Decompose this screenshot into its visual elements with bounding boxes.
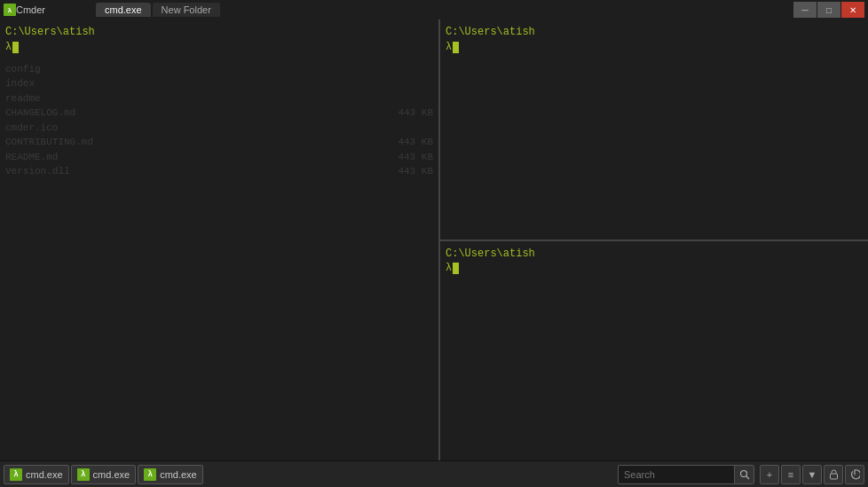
faded-line-4: CHANGELOG.md443 KB bbox=[5, 106, 433, 121]
right-bottom-cursor bbox=[453, 263, 459, 274]
tab1-label: cmd.exe bbox=[26, 469, 63, 480]
faded-line-3: readme bbox=[5, 91, 433, 106]
right-top-cursor bbox=[453, 42, 459, 53]
terminal-panel-left[interactable]: C:\Users\atish λ config index readme CHA… bbox=[0, 20, 440, 460]
search-button[interactable] bbox=[734, 465, 754, 484]
terminal-panel-right-bottom[interactable]: C:\Users\atish λ bbox=[440, 241, 868, 461]
lock-button[interactable] bbox=[824, 465, 843, 484]
tab3-label: cmd.exe bbox=[160, 469, 197, 480]
terminal-panels-right: C:\Users\atish λ C:\Users\atish λ bbox=[440, 20, 868, 460]
taskbar-action-buttons: + ≡ ▼ bbox=[760, 465, 864, 484]
faded-line-5: cmder.ico bbox=[5, 121, 433, 136]
faded-line-8: Version.dll443 KB bbox=[5, 164, 433, 179]
faded-line-1: config bbox=[5, 62, 433, 77]
title-tab-1[interactable]: cmd.exe bbox=[96, 3, 151, 17]
left-faded-content: config index readme CHANGELOG.md443 KB c… bbox=[5, 62, 433, 179]
right-bottom-path: C:\Users\atish bbox=[446, 247, 863, 262]
taskbar-tab-2[interactable]: λ cmd.exe bbox=[71, 465, 137, 484]
lock-icon bbox=[829, 469, 839, 480]
minimize-button[interactable]: ─ bbox=[793, 2, 817, 18]
right-top-prompt: λ bbox=[446, 40, 863, 55]
tab3-icon: λ bbox=[144, 468, 156, 481]
svg-point-0 bbox=[740, 470, 746, 476]
maximize-button[interactable]: □ bbox=[817, 2, 840, 18]
svg-line-1 bbox=[746, 475, 749, 479]
title-tab-2[interactable]: New Folder bbox=[153, 3, 220, 17]
taskbar: λ cmd.exe λ cmd.exe λ cmd.exe + ≡ ▼ bbox=[0, 460, 868, 487]
right-bottom-prompt: λ bbox=[446, 261, 863, 276]
search-area bbox=[618, 465, 754, 484]
left-prompt: λ bbox=[5, 40, 433, 55]
power-icon bbox=[849, 469, 860, 480]
left-cursor bbox=[12, 42, 19, 53]
add-tab-button[interactable]: + bbox=[760, 465, 779, 484]
faded-line-2: index bbox=[5, 76, 433, 91]
app-title: Cmder bbox=[16, 4, 87, 15]
taskbar-tab-3[interactable]: λ cmd.exe bbox=[138, 465, 203, 484]
tab2-label: cmd.exe bbox=[93, 469, 130, 480]
power-button[interactable] bbox=[845, 465, 864, 484]
terminal-panel-right-top[interactable]: C:\Users\atish λ bbox=[440, 20, 868, 241]
title-tabs: cmd.exe New Folder bbox=[96, 3, 786, 17]
faded-line-7: README.md443 KB bbox=[5, 150, 433, 165]
settings-button[interactable]: ≡ bbox=[781, 465, 801, 484]
search-input[interactable] bbox=[619, 469, 734, 480]
app-icon: λ bbox=[4, 4, 16, 16]
faded-line-6: CONTRIBUTING.md443 KB bbox=[5, 135, 433, 150]
window-controls: ─ □ ✕ bbox=[793, 2, 864, 18]
tab2-icon: λ bbox=[77, 468, 90, 481]
right-top-path: C:\Users\atish bbox=[446, 25, 863, 40]
terminal-area: C:\Users\atish λ config index readme CHA… bbox=[0, 20, 868, 460]
left-path: C:\Users\atish bbox=[5, 25, 433, 40]
search-icon bbox=[739, 469, 750, 480]
title-bar: λ Cmder cmd.exe New Folder ─ □ ✕ bbox=[0, 0, 868, 20]
tab1-icon: λ bbox=[10, 468, 22, 481]
close-button[interactable]: ✕ bbox=[841, 2, 864, 18]
dropdown-button[interactable]: ▼ bbox=[802, 465, 822, 484]
taskbar-tab-1[interactable]: λ cmd.exe bbox=[4, 465, 69, 484]
svg-rect-2 bbox=[830, 474, 837, 479]
